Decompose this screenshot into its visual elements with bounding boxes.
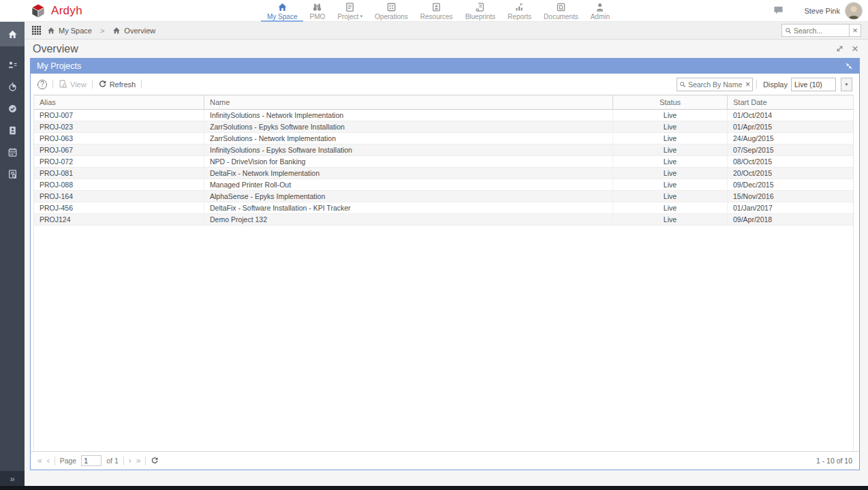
- table-row[interactable]: PROJ-067 InfinitySolutions - Epyks Softw…: [34, 144, 853, 156]
- sidebar-item-contacts[interactable]: [0, 54, 25, 76]
- project-doc-icon: [345, 2, 355, 12]
- collapse-icon[interactable]: [845, 62, 853, 70]
- prev-page-button[interactable]: ‹: [47, 457, 50, 465]
- toolbar-separator: [756, 80, 757, 89]
- table-body: PROJ-007 InfinitySolutions - Network Imp…: [34, 110, 853, 226]
- table-row[interactable]: PROJ-088 Managed Printer Roll-Out Live 0…: [34, 179, 853, 191]
- table-row[interactable]: PROJ-164 AlphaSense - Epyks Implementati…: [34, 191, 853, 202]
- sidebar-item-home[interactable]: [0, 22, 25, 46]
- cell-status: Live: [613, 156, 728, 167]
- sidebar-expand-button[interactable]: »: [0, 471, 25, 486]
- cell-start-date: 01/Jan/2017: [728, 202, 853, 213]
- cell-start-date: 07/Sep/2015: [728, 144, 853, 155]
- view-button[interactable]: View: [59, 80, 87, 89]
- panel-title: My Projects: [37, 61, 81, 71]
- search-clear-icon[interactable]: ×: [745, 80, 750, 89]
- close-icon[interactable]: ×: [852, 44, 858, 53]
- home-icon: [112, 27, 121, 35]
- cell-alias: PROJ124: [34, 214, 204, 225]
- pagination-separator: [123, 457, 124, 465]
- breadcrumb-bar: My Space > Overview ×: [25, 22, 868, 40]
- table-header: Alias Name Status Start Date: [34, 95, 853, 110]
- nav-item-admin[interactable]: Admin: [585, 0, 616, 22]
- toolbar-separator: [52, 80, 53, 89]
- toolbar-separator: [92, 80, 93, 89]
- nav-label: My Space: [267, 13, 297, 20]
- id-card-icon: [7, 125, 18, 136]
- column-header-alias[interactable]: Alias: [34, 95, 204, 109]
- table-row[interactable]: PROJ-023 ZarrSolutions - Epyks Software …: [34, 121, 853, 133]
- column-header-name[interactable]: Name: [204, 95, 613, 109]
- chevron-down-icon[interactable]: ▼: [841, 78, 852, 91]
- cell-start-date: 01/Oct/2014: [728, 110, 853, 121]
- table-row[interactable]: PROJ-063 ZarrSolutions - Network Impleme…: [34, 133, 853, 144]
- building-icon: [386, 2, 397, 12]
- sidebar-spacer: [0, 185, 25, 471]
- user-menu[interactable]: Steve Pink: [804, 0, 863, 22]
- app-logo[interactable]: Ardyh: [0, 3, 82, 19]
- sidebar-item-timer[interactable]: [0, 76, 25, 97]
- cell-status: Live: [613, 191, 728, 202]
- breadcrumb-my-space[interactable]: My Space: [47, 27, 92, 35]
- page-title: Overview: [33, 43, 78, 55]
- column-header-start-date[interactable]: Start Date: [728, 95, 853, 109]
- nav-item-reports[interactable]: Reports: [501, 0, 538, 22]
- first-page-button[interactable]: «: [37, 457, 42, 465]
- avatar[interactable]: [845, 2, 863, 20]
- search-by-name-input[interactable]: [688, 80, 743, 89]
- sidebar-item-notes[interactable]: [0, 163, 25, 185]
- cell-start-date: 15/Nov/2016: [728, 191, 853, 202]
- contacts-icon: [7, 60, 18, 70]
- refresh-icon[interactable]: [151, 457, 159, 465]
- sidebar-item-calendar[interactable]: [0, 141, 25, 163]
- cell-name: Demo Project 132: [204, 214, 613, 225]
- home-icon: [47, 27, 55, 35]
- apps-grid-icon[interactable]: [31, 25, 42, 35]
- help-button[interactable]: ?: [37, 80, 47, 89]
- global-search-clear-button[interactable]: ×: [850, 24, 861, 37]
- page-number-input[interactable]: [81, 455, 102, 466]
- chevron-down-icon: ▾: [360, 14, 362, 19]
- nav-item-pmo[interactable]: PMO: [303, 0, 331, 22]
- chat-icon[interactable]: [773, 5, 784, 15]
- column-header-status[interactable]: Status: [613, 95, 728, 109]
- table-row[interactable]: PROJ-081 DeltaFix - Network Implementati…: [34, 168, 853, 179]
- display-select[interactable]: Live (10): [791, 78, 836, 91]
- sidebar-item-id-card[interactable]: [0, 119, 25, 141]
- pagination-range-label: 1 - 10 of 10: [816, 457, 852, 465]
- expand-icon[interactable]: [835, 44, 844, 53]
- nav-item-operations[interactable]: Operations: [369, 0, 414, 22]
- nav-item-documents[interactable]: Documents: [538, 0, 585, 22]
- table-row[interactable]: PROJ-072 NPD - DriveVision for Banking L…: [34, 156, 853, 168]
- panel-header[interactable]: My Projects: [31, 59, 859, 74]
- table-row[interactable]: PROJ-007 InfinitySolutions - Network Imp…: [34, 110, 853, 121]
- nav-label: Blueprints: [465, 13, 495, 20]
- nav-item-resources[interactable]: Resources: [414, 0, 459, 22]
- cell-start-date: 09/Dec/2015: [728, 179, 853, 190]
- page-of-label: of 1: [106, 457, 119, 465]
- breadcrumb-label: Overview: [124, 27, 155, 35]
- home-icon: [277, 2, 288, 12]
- cell-status: Live: [613, 121, 728, 132]
- global-search-input[interactable]: [794, 27, 846, 35]
- nav-item-my-space[interactable]: My Space: [261, 0, 303, 22]
- cell-name: DeltaFix - Software Installation - KPI T…: [204, 202, 613, 213]
- top-header: Ardyh My Space PMO Project ▾: [0, 0, 868, 22]
- sidebar-item-approvals[interactable]: [0, 97, 25, 119]
- binoculars-icon: [312, 2, 322, 12]
- user-name: Steve Pink: [804, 7, 840, 15]
- last-page-button[interactable]: »: [136, 457, 141, 465]
- cell-alias: PROJ-067: [34, 144, 204, 155]
- cell-name: ZarrSolutions - Network Implementation: [204, 133, 613, 144]
- next-page-button[interactable]: ›: [129, 457, 131, 465]
- view-icon: [59, 80, 67, 89]
- nav-item-blueprints[interactable]: Blueprints: [459, 0, 501, 22]
- nav-label: Admin: [591, 13, 610, 20]
- scroll-icon: [475, 2, 485, 12]
- table-row[interactable]: PROJ-456 DeltaFix - Software Installatio…: [34, 202, 853, 214]
- pagination-bar: « ‹ Page of 1 › » 1 - 10 of 10: [31, 451, 859, 470]
- refresh-button[interactable]: Refresh: [98, 80, 136, 89]
- nav-item-project[interactable]: Project ▾: [331, 0, 369, 22]
- table-row[interactable]: PROJ124 Demo Project 132 Live 09/Apr/201…: [34, 214, 853, 226]
- breadcrumb-overview[interactable]: Overview: [112, 27, 155, 35]
